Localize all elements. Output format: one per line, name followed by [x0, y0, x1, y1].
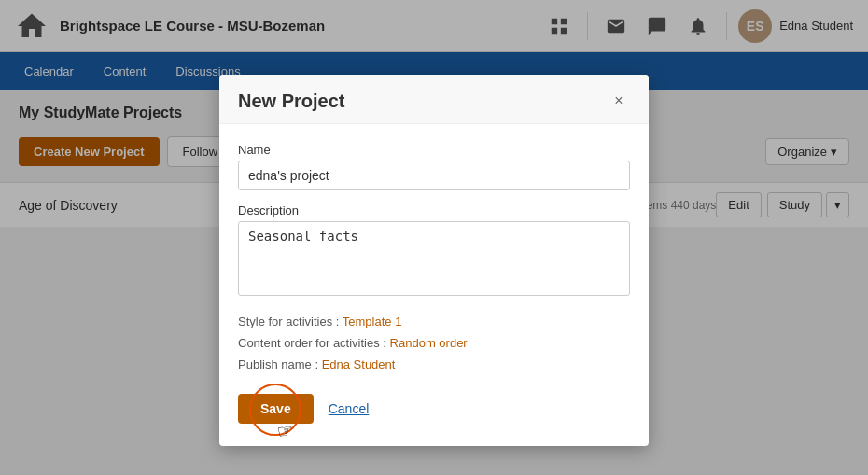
name-label: Name — [238, 143, 630, 157]
publish-link[interactable]: Edna Student — [322, 357, 396, 371]
description-input[interactable]: Seasonal facts — [238, 221, 630, 296]
modal-body: Name Description Seasonal facts Style fo… — [219, 124, 649, 371]
style-link[interactable]: Template 1 — [343, 314, 402, 328]
modal-footer: Save ☞ Cancel — [219, 379, 649, 424]
style-row: Style for activities : Template 1 — [238, 314, 630, 328]
style-label: Style for activities : — [238, 314, 339, 328]
modal-header: New Project × — [219, 75, 649, 124]
modal-close-button[interactable]: × — [608, 90, 630, 112]
publish-row: Publish name : Edna Student — [238, 357, 630, 371]
description-label: Description — [238, 203, 630, 217]
modal-title: New Project — [238, 91, 344, 112]
save-button-wrapper: Save ☞ — [238, 394, 314, 424]
publish-label: Publish name : — [238, 357, 318, 371]
save-button[interactable]: Save — [238, 394, 314, 424]
project-name-input[interactable] — [238, 161, 630, 190]
new-project-modal: New Project × Name Description Seasonal … — [219, 75, 649, 446]
content-order-link[interactable]: Random order — [390, 336, 468, 350]
content-order-row: Content order for activities : Random or… — [238, 336, 630, 350]
cancel-button[interactable]: Cancel — [329, 401, 370, 416]
content-order-label: Content order for activities : — [238, 336, 386, 350]
